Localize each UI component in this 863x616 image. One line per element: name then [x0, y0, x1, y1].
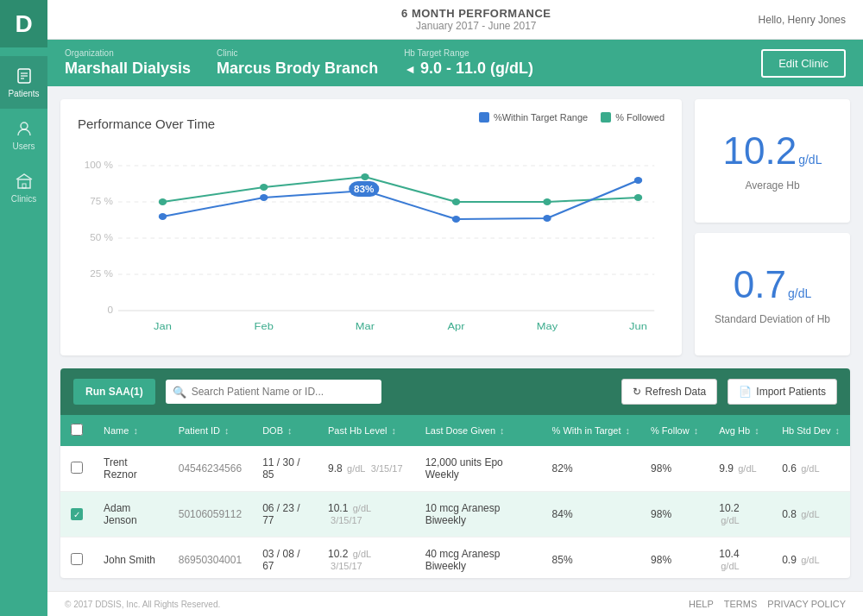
- row-checkbox-checked[interactable]: ✓: [71, 508, 83, 520]
- clinic-label: Clinic: [217, 48, 378, 58]
- col-last-dose[interactable]: Last Dose Given ↕: [415, 415, 542, 446]
- import-patients-button[interactable]: 📄 Import Patients: [728, 379, 837, 405]
- svg-point-28: [634, 194, 642, 201]
- refresh-data-button[interactable]: ↻ Refresh Data: [621, 379, 718, 405]
- col-hb-std-dev[interactable]: Hb Std Dev ↕: [772, 415, 850, 446]
- table-row: ✓ Adam Jenson 50106059112 06 / 23 / 77 1…: [60, 492, 850, 537]
- row-avg-hb: 10.4 g/dL: [709, 537, 772, 579]
- row-dob: 11 / 30 / 85: [252, 446, 318, 492]
- legend-followed-label: % Followed: [615, 112, 665, 123]
- edit-clinic-button[interactable]: Edit Clinic: [761, 49, 846, 78]
- svg-text:0: 0: [108, 305, 114, 315]
- row-patient-id: 04546234566: [168, 446, 252, 492]
- run-saa-button[interactable]: Run SAA(1): [73, 379, 155, 405]
- chart-card: Performance Over Time %Within Target Ran…: [60, 99, 682, 355]
- clinic-value: Marcus Brody Branch: [217, 60, 378, 78]
- svg-point-4: [21, 123, 28, 129]
- clinics-icon: [15, 172, 34, 191]
- footer-link-help[interactable]: HELP: [689, 599, 714, 609]
- svg-text:100 %: 100 %: [85, 160, 114, 170]
- svg-point-23: [159, 198, 167, 205]
- svg-text:Jun: Jun: [629, 321, 647, 332]
- table-section: Run SAA(1) 🔍 ↻ Refresh Data 📄 Import Pat…: [60, 368, 850, 578]
- svg-text:75 %: 75 %: [90, 197, 113, 206]
- header-title: 6 MONTH PERFORMANCE: [401, 7, 551, 20]
- sidebar-item-clinics[interactable]: Clinics: [0, 161, 47, 214]
- row-past-hb: 10.2 g/dL 3/15/17: [318, 537, 415, 579]
- sidebar-item-users-label: Users: [12, 141, 35, 151]
- row-past-hb: 9.8 g/dL 3/15/17: [318, 446, 415, 492]
- select-all-col: [60, 415, 93, 446]
- svg-point-34: [634, 177, 642, 184]
- svg-point-26: [452, 198, 460, 205]
- svg-point-33: [543, 215, 551, 222]
- header-subtitle: January 2017 - June 2017: [401, 20, 551, 32]
- row-dob: 03 / 08 / 67: [252, 537, 318, 579]
- chart-legend: %Within Target Range % Followed: [479, 112, 665, 123]
- row-pct-target: 82%: [542, 446, 640, 492]
- legend-followed-color: [601, 112, 611, 123]
- row-pct-follow: 98%: [640, 446, 709, 492]
- col-avg-hb[interactable]: Avg Hb ↕: [709, 415, 772, 446]
- svg-text:Jan: Jan: [154, 321, 172, 332]
- row-hb-std-dev: 0.6 g/dL: [772, 446, 850, 492]
- search-input[interactable]: [166, 380, 381, 404]
- legend-target-label: %Within Target Range: [494, 112, 588, 123]
- import-icon: 📄: [739, 386, 752, 398]
- footer: © 2017 DDSIS, Inc. All Rights Reserved. …: [47, 591, 863, 616]
- row-checkbox-cell: ✓: [60, 492, 93, 537]
- stats-column: 10.2 g/dL Average Hb 0.7 g/dL Standard D…: [695, 99, 850, 355]
- legend-target-color: [479, 112, 489, 123]
- col-pct-target[interactable]: % With in Target ↕: [542, 415, 640, 446]
- table-row: John Smith 86950304001 03 / 08 / 67 10.2…: [60, 537, 850, 579]
- svg-text:25 %: 25 %: [90, 269, 113, 279]
- std-dev-label: Standard Deviation of Hb: [715, 313, 830, 325]
- app-logo: D: [0, 0, 47, 47]
- svg-point-27: [543, 198, 551, 205]
- col-name[interactable]: Name ↕: [93, 415, 168, 446]
- col-pct-follow[interactable]: % Follow ↕: [640, 415, 709, 446]
- hb-range-value: ◄ 9.0 - 11.0 (g/dL): [404, 60, 533, 78]
- users-icon: [15, 119, 34, 138]
- footer-link-terms[interactable]: TERMS: [724, 599, 758, 609]
- sidebar-item-patients[interactable]: Patients: [0, 56, 47, 109]
- refresh-icon: ↻: [633, 386, 641, 398]
- row-pct-follow: 98%: [640, 537, 709, 579]
- chart-container: 100 % 75 % 50 % 25 % 0 Jan Feb Mar Apr M…: [78, 157, 665, 338]
- row-patient-id: 86950304001: [168, 537, 252, 579]
- row-avg-hb: 9.9 g/dL: [709, 446, 772, 492]
- row-hb-std-dev: 0.9 g/dL: [772, 537, 850, 579]
- row-checkbox-cell: [60, 446, 93, 492]
- row-past-hb: 10.1 g/dL 3/15/17: [318, 492, 415, 537]
- row-checkbox[interactable]: [71, 462, 83, 474]
- svg-text:Apr: Apr: [447, 321, 464, 332]
- organization-field: Organization Marshall Dialysis: [65, 48, 191, 78]
- avg-hb-value: 10.2 g/dL: [723, 129, 822, 173]
- content-area: Performance Over Time %Within Target Ran…: [47, 86, 863, 591]
- organization-value: Marshall Dialysis: [65, 60, 191, 78]
- row-pct-follow: 98%: [640, 492, 709, 537]
- row-name: John Smith: [93, 537, 168, 579]
- svg-text:50 %: 50 %: [90, 233, 113, 242]
- sidebar-item-users[interactable]: Users: [0, 109, 47, 161]
- table-row: Trent Reznor 04546234566 11 / 30 / 85 9.…: [60, 446, 850, 492]
- col-patient-id[interactable]: Patient ID ↕: [168, 415, 252, 446]
- row-checkbox[interactable]: [71, 553, 83, 565]
- sidebar: D Patients: [0, 0, 47, 616]
- performance-chart: 100 % 75 % 50 % 25 % 0 Jan Feb Mar Apr M…: [78, 157, 665, 338]
- col-past-hb[interactable]: Past Hb Level ↕: [318, 415, 415, 446]
- row-pct-target: 84%: [542, 492, 640, 537]
- row-name: Trent Reznor: [93, 446, 168, 492]
- select-all-checkbox[interactable]: [71, 424, 83, 436]
- hb-arrow-icon: ◄: [404, 62, 416, 76]
- svg-point-30: [260, 194, 268, 201]
- std-dev-value: 0.7 g/dL: [734, 263, 811, 306]
- footer-link-privacy[interactable]: PRIVACY POLICY: [767, 599, 846, 609]
- col-dob[interactable]: DOB ↕: [252, 415, 318, 446]
- row-patient-id: 50106059112: [168, 492, 252, 537]
- footer-links: HELP TERMS PRIVACY POLICY: [689, 599, 846, 609]
- chart-title: Performance Over Time: [78, 116, 215, 131]
- row-name: Adam Jenson: [93, 492, 168, 537]
- std-dev-card: 0.7 g/dL Standard Deviation of Hb: [695, 233, 850, 356]
- sidebar-item-clinics-label: Clinics: [11, 194, 36, 204]
